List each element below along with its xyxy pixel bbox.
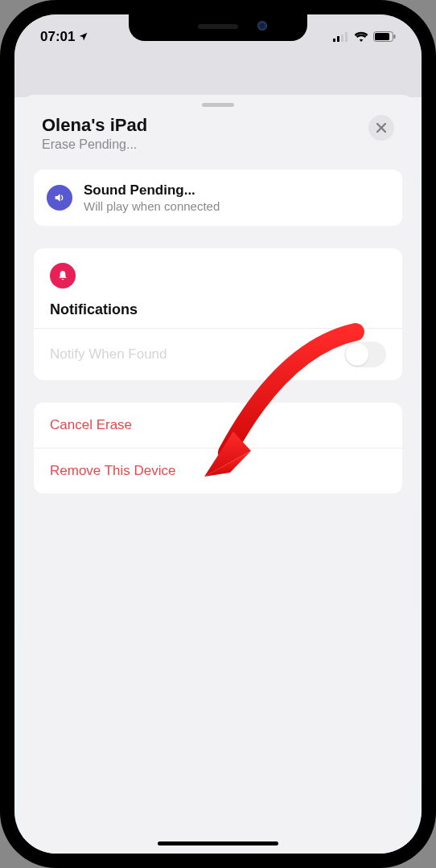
notch [129,14,307,41]
svg-rect-3 [345,32,348,42]
device-title-block: Olena's iPad Erase Pending... [42,115,147,152]
device-title: Olena's iPad [42,115,147,136]
device-sheet: Olena's iPad Erase Pending... Sound Pend… [23,95,413,854]
status-right [333,31,396,42]
iphone-frame: 07:01 [0,0,436,868]
home-indicator[interactable] [158,841,278,845]
sound-text-block: Sound Pending... Will play when connecte… [84,182,220,213]
status-left: 07:01 [40,29,88,45]
close-button[interactable] [368,115,394,141]
notifications-card: Notifications Notify When Found [34,248,402,380]
svg-rect-5 [375,33,389,40]
speaker-grill [198,24,238,29]
cancel-erase-button[interactable]: Cancel Erase [34,403,402,448]
screen: 07:01 [14,14,422,854]
sheet-header: Olena's iPad Erase Pending... [23,112,413,170]
front-camera [257,21,267,31]
notify-when-found-toggle[interactable] [344,342,386,367]
status-time: 07:01 [40,29,75,45]
close-icon [376,123,386,133]
sound-subtitle: Will play when connected [84,199,220,213]
svg-rect-6 [394,35,396,39]
svg-rect-0 [333,39,335,42]
cellular-icon [333,32,349,42]
remove-device-button[interactable]: Remove This Device [34,448,402,493]
speaker-icon [47,185,72,211]
device-subtitle: Erase Pending... [42,137,147,152]
battery-icon [373,31,396,42]
location-icon [78,31,88,42]
volume-up-button [0,183,2,233]
background-dim [14,59,422,97]
actions-card: Cancel Erase Remove This Device [34,403,402,493]
sound-card[interactable]: Sound Pending... Will play when connecte… [34,170,402,226]
notify-when-found-row: Notify When Found [50,329,386,380]
notify-when-found-label: Notify When Found [50,346,167,362]
svg-rect-2 [341,35,343,42]
silence-switch [0,129,2,156]
wifi-icon [354,31,368,42]
sheet-grabber[interactable] [202,103,234,107]
svg-rect-1 [337,36,339,42]
bell-icon [50,263,76,289]
sound-title: Sound Pending... [84,182,220,199]
notifications-heading: Notifications [50,301,386,318]
volume-down-button [0,246,2,296]
